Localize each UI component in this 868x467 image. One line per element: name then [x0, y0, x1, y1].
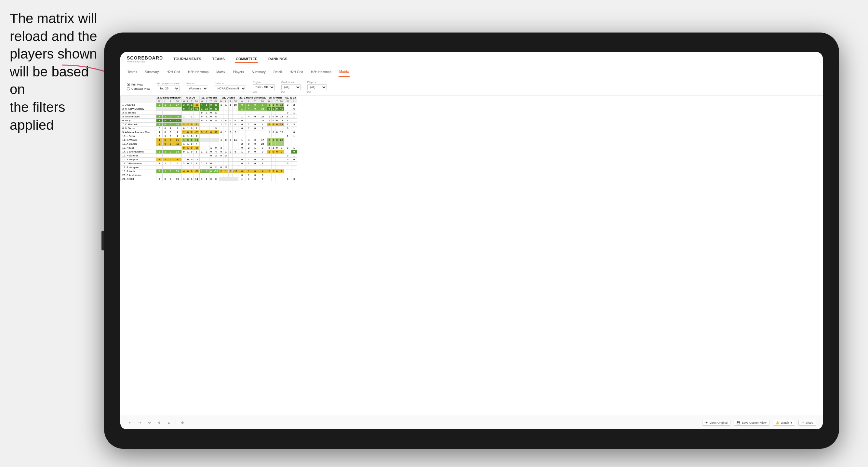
table-row: 13. N Klug 0 1 0 -2 1 0 3 — [121, 146, 297, 150]
sub-nav-h2h-grid2[interactable]: H2H Grid — [289, 68, 304, 76]
save-custom-view-btn[interactable]: 💾 Save Custom View — [734, 420, 770, 426]
compact-view-option[interactable]: Compact View — [127, 87, 150, 90]
sub-nav-teams[interactable]: Teams — [127, 68, 137, 76]
player-name: 10. L Perini — [121, 134, 156, 138]
sub-dif5: Dif — [258, 100, 267, 103]
sub-nav-matrix2[interactable]: Matrix — [339, 67, 349, 77]
col-header-2: 2. M Kelly Mulcahy — [156, 96, 182, 100]
sub-nav-summary[interactable]: Summary — [144, 68, 159, 76]
watch-chevron: ▾ — [790, 421, 792, 425]
division-filter: Division NCAA Division II — [215, 82, 246, 91]
timer-btn[interactable]: ⏱ — [179, 420, 186, 425]
table-row: 11. G Woods 1 0 4 11 1 0 0 11 1 0 0 14 — [121, 138, 297, 142]
player-name: 20. E Andersson — [121, 173, 156, 177]
compact-view-radio[interactable] — [127, 87, 130, 90]
max-players-select[interactable]: Top 25 — [157, 86, 180, 91]
undo-btn[interactable]: ↩ — [127, 420, 133, 425]
sub-w3: W — [200, 100, 204, 103]
logo-sub: Powered by clippd — [127, 61, 163, 63]
col-header-6: 6. A Dy — [182, 96, 200, 100]
sub-nav-players[interactable]: Players — [232, 68, 245, 76]
matrix-table: 2. M Kelly Mulcahy 6. A Dy 11. G Woods 2… — [120, 96, 297, 181]
player-name: 18. J Hodgson — [121, 165, 156, 169]
full-view-option[interactable]: Full View — [127, 83, 150, 86]
view-original-btn[interactable]: 👁 View: Original — [702, 420, 731, 426]
sub-w2: W — [182, 100, 186, 103]
conference-select[interactable]: (All) — [281, 84, 301, 90]
col-header-21: 21. O Stoll — [219, 96, 238, 100]
players-filter: Players (All) (All) — [307, 81, 327, 93]
table-row: 18. J Hodgson 0 2 0 11 — [121, 165, 297, 169]
full-view-radio[interactable] — [127, 83, 130, 86]
sub-nav-h2h-heatmap2[interactable]: H2H Heatmap — [310, 68, 332, 76]
table-row: 19. J Karth 3 1 0 19 4 0 0 -20 1 0 0 -33… — [121, 169, 297, 173]
zoom-btn[interactable]: ⊞ — [166, 420, 173, 425]
sub-l3: L — [204, 100, 209, 103]
sub-t4: T — [229, 100, 232, 103]
redo-btn[interactable]: ↪ — [136, 420, 143, 425]
sub-nav-h2h-heatmap[interactable]: H2H Heatmap — [187, 68, 209, 76]
nav-rankings[interactable]: RANKINGS — [268, 56, 288, 63]
division-select[interactable]: NCAA Division II — [215, 86, 246, 91]
nav-committee[interactable]: COMMITTEE — [235, 56, 258, 63]
max-players-filter: Max players in view Top 25 — [157, 82, 180, 91]
view-icon: 👁 — [705, 421, 708, 425]
conference-filter: Conference (All) (All) — [281, 81, 301, 93]
sub-t6: T — [275, 100, 279, 103]
player-name: 17. D Ballesteros — [121, 162, 156, 165]
player-name: 9. A Maria Jimenez Rios — [121, 130, 156, 134]
sub-nav-summary2[interactable]: Summary — [251, 68, 266, 76]
logo-text: SCOREBOARD — [127, 55, 163, 61]
table-row: 16. K Mcgaha 2 1 0 3 1 0 0 11 — [121, 158, 297, 162]
sub-w1: W — [156, 100, 163, 103]
sub-w6: W — [267, 100, 272, 103]
sub-t5: T — [252, 100, 258, 103]
nav-tournaments[interactable]: TOURNAMENTS — [173, 56, 202, 63]
players-select[interactable]: (All) — [307, 84, 327, 90]
table-row: 14. S Srichantamit 3 1 0 14 0 1 0 5 1 2 … — [121, 150, 297, 154]
sub-l5: L — [246, 100, 252, 103]
player-name: 21. O Stoll — [121, 177, 156, 181]
sub-nav-matrix[interactable]: Matrix — [216, 68, 226, 76]
gender-select[interactable]: Women's — [186, 86, 208, 91]
sub-t3: T — [209, 100, 213, 103]
share-btn[interactable]: ↗ Share — [798, 420, 816, 426]
share-icon: ↗ — [801, 421, 804, 425]
nav-teams[interactable]: TEAMS — [211, 56, 225, 63]
watch-btn[interactable]: 🔔 Watch ▾ — [773, 420, 795, 426]
table-row: 15. H Stranda 0 2 0 11 — [121, 154, 297, 158]
player-name: 2. M Kelly Mulcahy — [121, 107, 156, 111]
sub-nav-detail[interactable]: Detail — [273, 68, 283, 76]
sub-w7: W — [284, 100, 291, 103]
table-row: 20. E Andersson — [121, 173, 297, 177]
sub-l4: L — [223, 100, 229, 103]
table-row: 3. S Jelinek 0 2 0 17 — [121, 111, 297, 115]
sub-w4: W — [219, 100, 223, 103]
col-header-11: 11. G Woods — [200, 96, 219, 100]
tablet-screen: SCOREBOARD Powered by clippd TOURNAMENTS… — [120, 52, 823, 429]
player-name: 5. A Nomrowski — [121, 115, 156, 119]
table-row: 9. A Maria Jimenez Rios 1 0 0 1 1 0 0 -7… — [121, 130, 297, 134]
sub-dif4: Dif — [232, 100, 238, 103]
player-name: 15. H Stranda — [121, 154, 156, 158]
filters-bar: Full View Compact View Max players in vi… — [120, 78, 823, 96]
sub-l1: L — [163, 100, 168, 103]
table-row: 6. A Dy 7 0 1 11 0 1 0 14 1 4 0 0 — [121, 119, 297, 123]
player-name: 7. O Mitchell — [121, 123, 156, 126]
save-icon: 💾 — [737, 421, 740, 425]
sub-l2: L — [186, 100, 190, 103]
player-name: 3. S Jelinek — [121, 111, 156, 115]
player-name: 11. G Woods — [121, 138, 156, 142]
col-header-23: 23. L Marie Schumac. — [238, 96, 267, 100]
player-name: 6. A Dy — [121, 119, 156, 123]
sub-nav-h2h-grid[interactable]: H2H Grid — [166, 68, 181, 76]
matrix-area[interactable]: 2. M Kelly Mulcahy 6. A Dy 11. G Woods 2… — [120, 96, 823, 416]
bottom-toolbar: ↩ ↪ ⟳ ⚙ ⊞ ⏱ 👁 View: Original 💾 Save Cust… — [120, 416, 823, 429]
table-row: 17. D Ballesteros 3 1 0 5 2 0 1 3 1 1 0 … — [121, 162, 297, 165]
player-name: 13. N Klug — [121, 146, 156, 150]
player-col-header — [121, 96, 156, 103]
refresh-btn[interactable]: ⟳ — [146, 420, 153, 425]
sub-w5: W — [238, 100, 246, 103]
region-select[interactable]: East - DII — [253, 84, 275, 90]
settings-btn[interactable]: ⚙ — [156, 420, 163, 425]
